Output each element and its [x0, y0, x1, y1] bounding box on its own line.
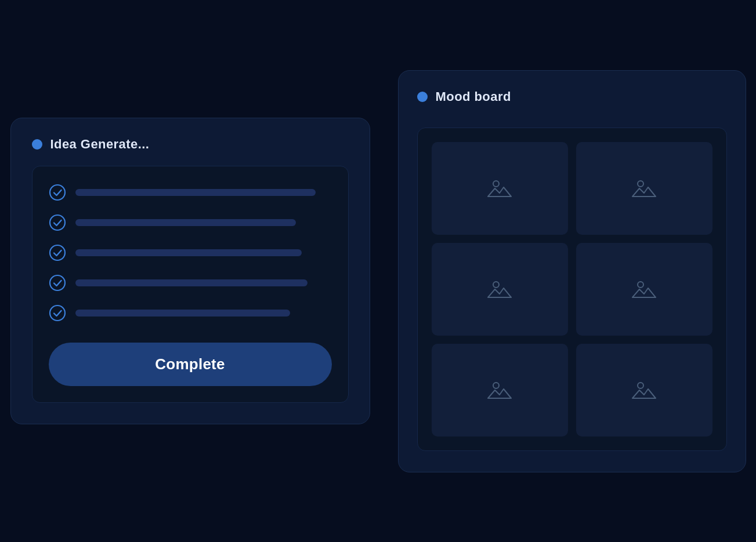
check-bar-4 [75, 279, 308, 286]
image-placeholder-icon-4 [629, 274, 659, 304]
mood-board-dot-icon [417, 92, 428, 102]
check-icon-3 [49, 244, 66, 261]
image-cell-2[interactable] [576, 142, 712, 235]
image-grid [432, 142, 712, 436]
checklist-item-3 [49, 244, 332, 261]
header-dot-icon [32, 139, 42, 150]
image-placeholder-icon-2 [629, 173, 659, 203]
complete-button[interactable]: Complete [49, 343, 332, 386]
check-icon-4 [49, 274, 66, 292]
image-placeholder-icon-1 [484, 173, 515, 203]
image-cell-5[interactable] [432, 344, 568, 436]
idea-generator-card: Idea Generate... [10, 118, 370, 424]
mood-board-card: Mood board [398, 70, 746, 472]
svg-point-4 [50, 305, 65, 321]
check-bar-3 [75, 249, 302, 256]
svg-point-3 [50, 275, 65, 290]
check-icon-1 [49, 184, 66, 201]
svg-point-9 [493, 383, 499, 388]
image-cell-6[interactable] [576, 344, 712, 436]
checklist-item-2 [49, 214, 332, 231]
checklist-item-5 [49, 304, 332, 322]
svg-point-0 [50, 185, 65, 200]
left-inner-card: Complete [32, 166, 349, 403]
check-icon-2 [49, 214, 66, 231]
image-cell-3[interactable] [432, 243, 568, 336]
checklist [49, 184, 332, 322]
image-cell-1[interactable] [432, 142, 568, 235]
mood-board-inner [417, 128, 727, 451]
svg-point-10 [638, 383, 643, 388]
svg-point-5 [493, 181, 499, 187]
svg-point-6 [638, 181, 643, 187]
image-cell-4[interactable] [576, 243, 712, 336]
check-bar-5 [75, 310, 291, 317]
check-icon-5 [49, 304, 66, 322]
main-container: Idea Generate... [10, 70, 746, 472]
left-card-header: Idea Generate... [32, 137, 349, 152]
checklist-item-4 [49, 274, 332, 292]
svg-point-1 [50, 215, 65, 230]
right-card-header: Mood board [417, 89, 727, 104]
image-placeholder-icon-3 [484, 274, 515, 304]
svg-point-2 [50, 245, 65, 260]
svg-point-8 [638, 282, 643, 288]
image-placeholder-icon-5 [484, 375, 515, 405]
svg-point-7 [493, 282, 499, 288]
check-bar-2 [75, 219, 296, 226]
image-placeholder-icon-6 [629, 375, 659, 405]
check-bar-1 [75, 189, 316, 196]
mood-board-title: Mood board [436, 89, 511, 104]
checklist-item-1 [49, 184, 332, 201]
left-card-title: Idea Generate... [50, 137, 150, 152]
